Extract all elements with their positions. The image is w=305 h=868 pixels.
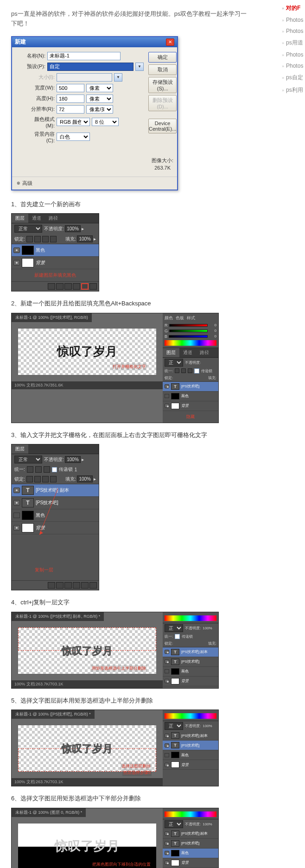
sidebar-item-5[interactable]: »Photos: [282, 60, 305, 71]
layers-tab[interactable]: 图层: [12, 444, 28, 454]
width-unit[interactable]: 像素: [86, 84, 113, 92]
mode-select[interactable]: RGB 颜色: [57, 118, 90, 126]
close-icon[interactable]: ✕: [166, 38, 174, 46]
canvas-text: 惊叹了岁月: [18, 644, 156, 658]
sidebar-item-7[interactable]: »ps利用: [282, 84, 305, 96]
step-6-text: 6、选择文字图层用矩形选框选中下半部分并删除: [11, 794, 248, 803]
dialog-titlebar[interactable]: 新建 ✕: [12, 37, 177, 47]
layer-item[interactable]: 背景: [12, 522, 99, 534]
layer-item-bg[interactable]: 背景: [12, 257, 99, 269]
g-slider[interactable]: [169, 329, 208, 332]
canvas-text: 惊叹了岁月: [18, 343, 156, 360]
res-label: 分辨率(R):: [26, 106, 55, 113]
delete-icon[interactable]: [89, 283, 97, 290]
color-spectrum[interactable]: [165, 340, 216, 346]
step-2-text: 2、新建一个图层并且给图层填充黑色Alt+Backspace: [11, 299, 248, 308]
canvas-text: 惊叹了岁月: [18, 837, 156, 855]
document-tab[interactable]: 未标题-1 @ 100% (图层 0, RGB/8) *: [12, 808, 86, 817]
cancel-button[interactable]: 取消: [148, 64, 177, 75]
layer-thumb: [22, 246, 34, 255]
bg-select[interactable]: 白色: [57, 133, 90, 141]
sidebar: »对的F »Photos »Photos »ps用道 »Photos »Phot…: [282, 2, 305, 96]
layer-item[interactable]: T[PS技术吧]: [12, 497, 99, 509]
sidebar-item-4[interactable]: »Photos: [282, 49, 305, 60]
res-unit[interactable]: 像素/英寸: [86, 105, 113, 114]
pass-checkbox[interactable]: [52, 467, 57, 472]
adjustment-icon[interactable]: [64, 283, 72, 290]
sidebar-item-1[interactable]: »Photos: [282, 14, 305, 25]
paths-tab[interactable]: 路径: [45, 214, 62, 223]
res-input[interactable]: [57, 105, 84, 114]
sidebar-item-2[interactable]: »Photos: [282, 25, 305, 37]
bg-label: 背景内容(C):: [26, 131, 55, 143]
device-central-button[interactable]: Device Central(E)...: [148, 119, 177, 133]
document-tab[interactable]: 未标题-1 @ 100% ([PS技术吧], RGB/8) *: [12, 710, 95, 719]
layer-item[interactable]: 黑色: [163, 392, 218, 401]
new-document-dialog: 新建 ✕ 名称(N): 预设(P): ▼ 大小(I): ▼: [11, 36, 178, 190]
bits-select[interactable]: 8 位: [92, 118, 119, 126]
workspace-2: 未标题-1 @ 100% ([PS技术吧], RGB/8) 惊叹了岁月 打开并栅…: [11, 313, 219, 423]
annotation-1: 新建图层并填充黑色: [12, 269, 99, 281]
annotation-5b: 然后选择步骤5: [122, 769, 152, 776]
canvas-text: 惊叹了岁月: [18, 742, 156, 756]
save-preset-button[interactable]: 存储预设(S)...: [148, 77, 177, 93]
sidebar-item-0[interactable]: »对的F: [282, 2, 305, 14]
blend-mode-select[interactable]: 正常: [14, 456, 42, 463]
canvas[interactable]: 惊叹了岁月 把黑色图层向下移到合适的位置: [18, 824, 156, 868]
mode-label: 颜色模式(M):: [26, 116, 55, 128]
visibility-icon[interactable]: [13, 247, 20, 253]
sidebar-item-6[interactable]: »ps自定: [282, 71, 305, 84]
document-tab[interactable]: 未标题-1 @ 100% ([PS技术吧] 副本, RGB/8) *: [12, 612, 104, 621]
fx-icon[interactable]: [48, 283, 55, 290]
width-input[interactable]: [57, 84, 84, 92]
annotation-copy: 复制一层: [35, 564, 53, 576]
image-size-info: 图像大小: 263.7K: [148, 157, 177, 172]
preset-dropdown-icon[interactable]: ▼: [135, 63, 144, 71]
layer-item[interactable]: T[PS技术吧] 副本: [12, 484, 99, 497]
new-layer-icon[interactable]: [81, 283, 89, 290]
canvas[interactable]: 惊叹了岁月 打开并栅格化文字: [18, 329, 156, 375]
lock-position-icon[interactable]: [42, 236, 49, 242]
canvas[interactable]: 惊叹了岁月 选择这图层删掉 然后选择步骤5: [18, 725, 156, 772]
size-select: [57, 73, 112, 82]
b-slider[interactable]: [169, 335, 208, 338]
layer-item[interactable]: T[PS技术吧]: [163, 382, 218, 392]
sidebar-item-3[interactable]: »ps用道: [282, 37, 305, 49]
channels-tab[interactable]: 通道: [28, 214, 45, 223]
layer-item[interactable]: 黑色: [12, 509, 99, 522]
blend-mode-select[interactable]: 正常: [14, 225, 42, 233]
layers-tab[interactable]: 图层: [12, 214, 28, 223]
expand-icon[interactable]: ⊗: [17, 181, 20, 185]
document-tab[interactable]: 未标题-1 @ 100% ([PS技术吧], RGB/8): [12, 313, 92, 322]
layers-panel-3: 图层 正常 不透明度:100%▸ 统一: 传递锁 1 锁定: 填充:100%▸ …: [11, 444, 99, 590]
group-icon[interactable]: [73, 283, 80, 290]
status-bar: 100% 文档:263.7K/351.6K: [12, 381, 163, 389]
height-label: 高度(H):: [26, 95, 55, 102]
step-3-text: 3、输入文字并把文字栅格化，在图层面板上右击文字图层即可栅格化文字: [11, 431, 248, 440]
preset-label: 预设(P):: [17, 63, 45, 70]
lock-image-icon[interactable]: [34, 236, 41, 242]
ok-button[interactable]: 确定: [148, 52, 177, 63]
canvas[interactable]: 惊叹了岁月 用矩形选框选中上半部分删除: [18, 627, 156, 674]
preset-select[interactable]: [47, 63, 133, 71]
intro-text: ps一直是神器的软件，对于神器的软件必须把握好使用技能。ps双色字教程一起来学习…: [11, 9, 248, 29]
visibility-icon[interactable]: [13, 260, 20, 266]
dialog-title: 新建: [15, 38, 26, 46]
step-5-text: 5、选择文字图层副本用矩形选框选中上半部分并删除: [11, 696, 248, 705]
status-bar: 100% 文档:263.7K/703.1K: [12, 680, 163, 688]
layers-panel-1: 图层 通道 路径 正常 不透明度:100%▸ 锁定: 填充:100%▸ 黑色 背…: [11, 213, 99, 291]
pass-checkbox[interactable]: [194, 368, 199, 374]
name-label: 名称(N):: [17, 52, 45, 59]
mask-icon[interactable]: [56, 283, 64, 290]
name-input[interactable]: [47, 52, 121, 60]
height-unit[interactable]: 像素: [86, 95, 113, 103]
height-input[interactable]: [57, 95, 84, 103]
lock-transparency-icon[interactable]: [26, 236, 33, 242]
layer-item[interactable]: 背景: [163, 401, 218, 411]
size-label: 大小(I):: [26, 74, 55, 81]
lock-all-icon[interactable]: [50, 236, 57, 242]
step-4-text: 4、ctrl+j复制一层文字: [11, 598, 248, 607]
layer-item-black[interactable]: 黑色: [12, 244, 99, 257]
advanced-label[interactable]: 高级: [22, 180, 32, 187]
r-slider[interactable]: [169, 324, 208, 327]
